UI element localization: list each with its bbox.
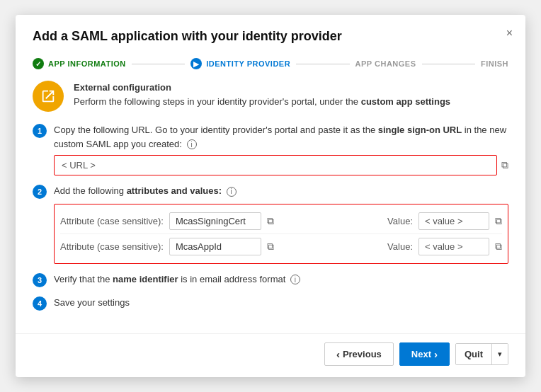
value-copy-icon-1[interactable]: ⧉ xyxy=(495,214,502,229)
stepper: ✓ APP INFORMATION ▶ IDENTITY PROVIDER AP… xyxy=(16,58,525,78)
step-content-1: Copy the following URL. Go to your ident… xyxy=(54,123,508,175)
step-label-identity-provider: IDENTITY PROVIDER xyxy=(206,59,290,68)
step2-text-start: Add the following xyxy=(54,185,127,196)
external-link-icon xyxy=(40,88,56,104)
chevron-right-icon xyxy=(434,348,438,360)
instruction-step-1: 1 Copy the following URL. Go to your ide… xyxy=(33,123,508,175)
next-button[interactable]: Next xyxy=(399,342,450,366)
stepper-step-app-changes: APP CHANGES xyxy=(355,59,416,68)
attr-copy-icon-2[interactable]: ⧉ xyxy=(267,239,274,254)
check-icon: ✓ xyxy=(33,58,44,69)
dialog-content: External configuration Perform the follo… xyxy=(16,78,525,328)
step-content-2: Add the following attributes and values:… xyxy=(54,184,508,264)
step-line-2 xyxy=(296,64,349,64)
config-icon xyxy=(33,81,64,112)
chevron-left-icon xyxy=(336,348,340,360)
value-label-1: Value: xyxy=(387,214,413,229)
next-label: Next xyxy=(411,349,431,359)
stepper-step-identity-provider: ▶ IDENTITY PROVIDER xyxy=(190,58,290,69)
step-line-1 xyxy=(132,64,185,64)
value-input-2[interactable] xyxy=(418,238,489,255)
step-num-1: 1 xyxy=(33,124,47,138)
step-num-4: 4 xyxy=(33,296,47,311)
step2-info-icon[interactable]: i xyxy=(227,187,237,197)
external-config-banner: External configuration Perform the follo… xyxy=(33,81,508,112)
value-label-2: Value: xyxy=(387,240,413,254)
step3-text-bold: name identifier xyxy=(113,274,178,284)
step1-text-bold: single sign-on URL xyxy=(378,125,462,135)
stepper-step-finish: FINISH xyxy=(481,59,508,68)
step3-text-start: Verify that the xyxy=(54,274,113,284)
step-label-app-changes: APP CHANGES xyxy=(355,59,416,68)
step-content-3: Verify that the name identifier is in em… xyxy=(54,272,508,287)
step-label-finish: FINISH xyxy=(481,59,508,68)
play-icon: ▶ xyxy=(190,58,202,69)
step1-info-icon[interactable]: i xyxy=(187,139,197,149)
instruction-step-3: 3 Verify that the name identifier is in … xyxy=(33,272,508,287)
dialog-title: Add a SAML application with your identit… xyxy=(33,29,508,44)
step-num-2: 2 xyxy=(33,185,47,199)
url-copy-icon[interactable]: ⧉ xyxy=(501,158,508,173)
step-label-app-info: APP INFORMATION xyxy=(48,59,126,68)
step-content-4: Save your settings xyxy=(54,296,508,310)
attr-row-2: Attribute (case sensitive): ⧉ Value: ⧉ xyxy=(60,234,502,259)
banner-title: External configuration xyxy=(74,82,171,93)
step-num-3: 3 xyxy=(33,273,47,287)
value-copy-icon-2[interactable]: ⧉ xyxy=(495,239,502,254)
attr-input-2[interactable] xyxy=(169,238,261,255)
dialog-footer: Previous Next Quit ▾ xyxy=(16,333,525,377)
step2-text-bold: attributes and values: xyxy=(127,185,222,196)
previous-label: Previous xyxy=(343,349,382,359)
quit-button[interactable]: Quit xyxy=(456,344,492,364)
dialog: Add a SAML application with your identit… xyxy=(16,15,525,377)
value-input-1[interactable] xyxy=(418,212,489,230)
banner-desc-bold: custom app settings xyxy=(361,96,450,107)
instruction-step-2: 2 Add the following attributes and value… xyxy=(33,184,508,264)
url-row: ⧉ xyxy=(54,155,508,175)
banner-desc-start: Perform the following steps in your iden… xyxy=(74,96,361,107)
dialog-header: Add a SAML application with your identit… xyxy=(16,15,525,58)
attr-label-2: Attribute (case sensitive): xyxy=(60,240,164,254)
attr-label-1: Attribute (case sensitive): xyxy=(60,214,164,229)
step4-text: Save your settings xyxy=(54,297,130,308)
banner-text: External configuration Perform the follo… xyxy=(74,81,450,108)
close-button[interactable]: × xyxy=(503,25,516,42)
step1-text-start: Copy the following URL. Go to your ident… xyxy=(54,125,378,135)
instruction-step-4: 4 Save your settings xyxy=(33,296,508,311)
previous-button[interactable]: Previous xyxy=(324,342,394,366)
attr-input-1[interactable] xyxy=(169,212,261,230)
step3-info-icon[interactable]: i xyxy=(290,275,300,284)
quit-dropdown-button[interactable]: ▾ xyxy=(492,344,508,364)
attributes-table: Attribute (case sensitive): ⧉ Value: ⧉ A… xyxy=(54,204,508,264)
step3-text-end: is in email address format xyxy=(178,274,286,284)
quit-split-button: Quit ▾ xyxy=(455,343,508,365)
attr-copy-icon-1[interactable]: ⧉ xyxy=(267,214,274,229)
stepper-step-app-info: ✓ APP INFORMATION xyxy=(33,58,126,69)
url-input[interactable] xyxy=(54,155,497,175)
attr-row-1: Attribute (case sensitive): ⧉ Value: ⧉ xyxy=(60,209,502,234)
step-line-3 xyxy=(422,64,475,64)
